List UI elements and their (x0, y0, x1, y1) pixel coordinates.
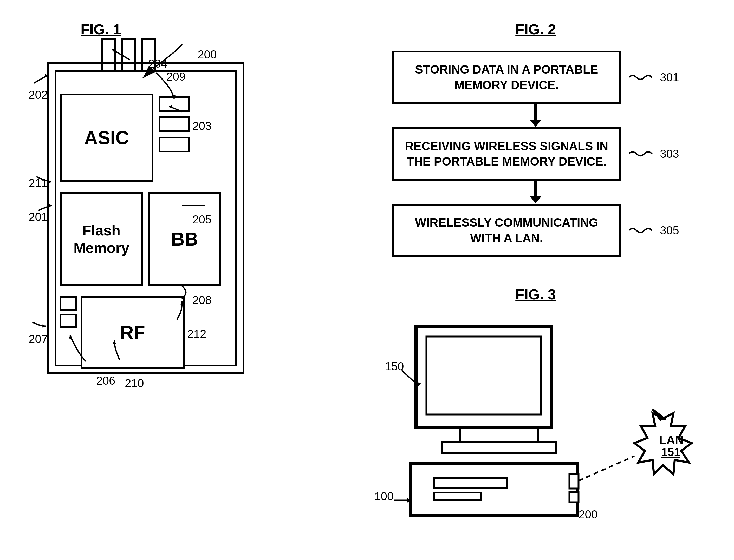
ref-212: 212 (187, 327, 206, 340)
svg-rect-1 (427, 337, 541, 414)
small-rect-3 (159, 137, 190, 152)
fig3-container: FIG. 3 LAN (359, 286, 712, 553)
small-rect-2 (159, 116, 190, 132)
ref-301: 301 (660, 71, 679, 84)
asic-label: ASIC (84, 127, 129, 148)
step2-row: RECEIVING WIRELESS SIGNALS IN THE PORTAB… (392, 127, 679, 181)
small-rect-1 (159, 96, 190, 112)
wavy-line-305 (629, 225, 660, 236)
ref-203: 203 (192, 120, 211, 133)
svg-text:LAN: LAN (659, 433, 684, 447)
step1-text: STORING DATA IN A PORTABLE MEMORY DEVICE… (415, 63, 598, 92)
svg-rect-2 (460, 427, 538, 442)
bb-block: BB (148, 192, 221, 286)
step3-row: WIRELESSLY COMMUNICATING WITH A LAN. 305 (392, 204, 679, 257)
wavy-line-303 (629, 149, 660, 159)
fig2-container: FIG. 2 STORING DATA IN A PORTABLE MEMORY… (359, 21, 712, 257)
ref-201: 201 (29, 210, 48, 223)
ref-205: 205 (192, 213, 211, 226)
svg-rect-4 (411, 464, 577, 516)
asic-block: ASIC (60, 94, 153, 182)
rf-label: RF (120, 322, 145, 343)
ref-206: 206 (96, 374, 115, 387)
wavy-line-301 (629, 72, 660, 83)
step2-box: RECEIVING WIRELESS SIGNALS IN THE PORTAB… (392, 127, 621, 181)
step2-text: RECEIVING WIRELESS SIGNALS IN THE PORTAB… (405, 139, 608, 168)
step3-box: WIRELESSLY COMMUNICATING WITH A LAN. (392, 204, 621, 257)
page: FIG. 1 ASIC Flash Memory BB (0, 0, 734, 560)
ref-210: 210 (125, 377, 144, 390)
ref-209: 209 (166, 70, 185, 83)
flow-arrow-1 (534, 104, 537, 121)
svg-rect-8 (569, 492, 579, 502)
flow-section: STORING DATA IN A PORTABLE MEMORY DEVICE… (359, 51, 712, 257)
ref-204: 204 (148, 57, 167, 70)
svg-text:151: 151 (661, 446, 680, 458)
ref-208: 208 (192, 294, 211, 307)
flash-block: Flash Memory (60, 192, 143, 286)
ref-303: 303 (660, 147, 679, 160)
arrow-head-1 (530, 120, 541, 127)
svg-text:150: 150 (385, 360, 404, 373)
small-rects (159, 96, 192, 152)
ref-202: 202 (29, 88, 48, 101)
fig1-container: FIG. 1 ASIC Flash Memory BB (21, 21, 307, 476)
svg-line-9 (579, 456, 634, 481)
step3-text: WIRELESSLY COMMUNICATING WITH A LAN. (415, 216, 598, 245)
ref-207: 207 (29, 333, 48, 346)
step1-row: STORING DATA IN A PORTABLE MEMORY DEVICE… (392, 51, 679, 104)
ref305-group: 305 (629, 224, 679, 237)
svg-rect-3 (442, 442, 556, 453)
svg-rect-6 (434, 492, 481, 500)
bottom-rect-2 (60, 314, 77, 328)
fig1-title: FIG. 1 (81, 21, 121, 38)
arrow-head-2 (530, 196, 541, 203)
svg-text:100: 100 (375, 490, 394, 503)
flash-label: Flash Memory (62, 222, 141, 256)
svg-text:200: 200 (579, 508, 598, 521)
step1-box: STORING DATA IN A PORTABLE MEMORY DEVICE… (392, 51, 621, 104)
rf-block: RF (81, 296, 185, 369)
bottom-small-rects (60, 296, 78, 328)
fig3-svg: LAN 151 150 100 200 (359, 318, 712, 552)
ref-200: 200 (198, 48, 216, 61)
fig3-title: FIG. 3 (359, 286, 712, 303)
ref303-group: 303 (629, 147, 679, 160)
bb-label: BB (171, 228, 198, 250)
ref301-group: 301 (629, 71, 679, 84)
svg-rect-7 (569, 474, 579, 489)
ref-305: 305 (660, 224, 679, 237)
svg-rect-5 (434, 478, 507, 488)
flow-arrow-2 (534, 181, 537, 197)
fig2-title: FIG. 2 (359, 21, 712, 38)
ref-211: 211 (29, 177, 48, 190)
bottom-rect-1 (60, 296, 77, 311)
